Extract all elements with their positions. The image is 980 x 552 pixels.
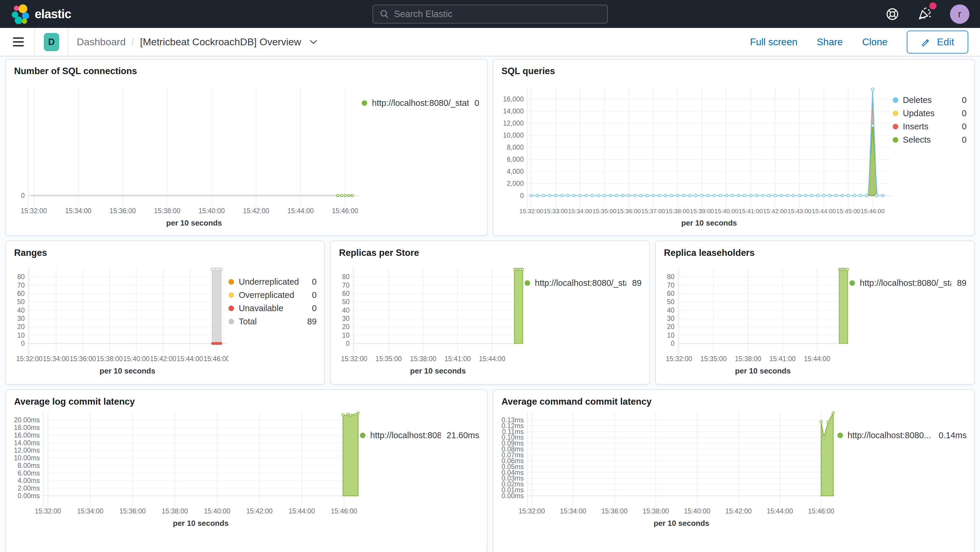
svg-text:15:36:00: 15:36:00 — [70, 355, 96, 363]
svg-text:15:36:00: 15:36:00 — [119, 507, 146, 515]
legend-item[interactable]: Underreplicated0 — [229, 277, 317, 287]
legend-item[interactable]: http://localhost:8080/_sta...89 — [525, 278, 641, 288]
chart-sql-connections[interactable]: 015:32:0015:34:0015:36:0015:38:0015:40:0… — [10, 79, 362, 235]
svg-text:per 10 seconds: per 10 seconds — [653, 519, 709, 528]
avatar[interactable]: r — [950, 5, 969, 24]
svg-text:15:42:00: 15:42:00 — [247, 507, 273, 515]
legend-item[interactable]: http://localhost:8080/_stat...0 — [362, 98, 479, 108]
full-screen-button[interactable]: Full screen — [750, 37, 797, 48]
dashboard-toolbar: D Dashboard / [Metricbeat CockroachDB] O… — [0, 28, 980, 56]
legend-dot — [892, 124, 898, 129]
legend-item[interactable]: Unavailable0 — [229, 304, 317, 313]
legend: http://localhost:8080...0.14ms — [837, 409, 967, 552]
legend-dot — [229, 319, 234, 325]
svg-text:20.00ms: 20.00ms — [14, 416, 40, 424]
title-menu-button[interactable] — [309, 40, 318, 45]
svg-text:15:38:00: 15:38:00 — [410, 355, 436, 363]
svg-text:15:44:00: 15:44:00 — [804, 355, 830, 363]
space-switcher[interactable]: D — [44, 33, 59, 51]
svg-text:per 10 seconds: per 10 seconds — [166, 218, 222, 227]
panel-title: Number of SQL connections — [6, 59, 487, 79]
legend-item[interactable]: Updates0 — [892, 108, 967, 118]
svg-text:0: 0 — [21, 192, 25, 199]
legend-item[interactable]: Deletes0 — [892, 95, 967, 105]
chart-avg-command-commit-latency[interactable]: 0.00ms0.01ms0.02ms0.03ms0.04ms0.05ms0.06… — [497, 409, 837, 552]
svg-text:15:46:00: 15:46:00 — [860, 208, 885, 215]
svg-text:70: 70 — [667, 282, 675, 289]
breadcrumb-dashboard[interactable]: Dashboard — [77, 36, 126, 48]
legend-item[interactable]: http://localhost:8080/_sta...89 — [850, 278, 966, 288]
legend-label: http://localhost:8080/_sta... — [535, 278, 626, 288]
svg-text:12.00ms: 12.00ms — [14, 446, 40, 454]
svg-text:15:40:00: 15:40:00 — [199, 207, 225, 215]
legend-dot — [525, 280, 530, 286]
chart-replica-leaseholders[interactable]: 0102030405060708015:32:0015:35:0015:38:0… — [659, 261, 850, 384]
svg-text:30: 30 — [667, 315, 675, 322]
svg-text:15:44:00: 15:44:00 — [812, 208, 836, 215]
svg-text:15:32:00: 15:32:00 — [519, 507, 545, 515]
legend-item[interactable]: http://localhost:808...21.60ms — [360, 431, 479, 440]
svg-text:30: 30 — [342, 315, 350, 322]
global-search[interactable] — [372, 5, 608, 24]
clone-button[interactable]: Clone — [862, 37, 888, 48]
edit-button-label: Edit — [937, 36, 954, 48]
svg-text:15:38:00: 15:38:00 — [735, 355, 761, 363]
svg-text:per 10 seconds: per 10 seconds — [100, 366, 155, 375]
dashboard-grid: Number of SQL connections015:32:0015:34:… — [0, 56, 980, 552]
svg-text:50: 50 — [667, 298, 675, 305]
legend-label: Selects — [903, 135, 931, 145]
help-icon[interactable] — [885, 7, 899, 21]
svg-text:15:44:00: 15:44:00 — [479, 355, 506, 363]
legend-item[interactable]: Overreplicated0 — [229, 290, 317, 300]
svg-text:per 10 seconds: per 10 seconds — [735, 366, 791, 375]
legend-label: http://localhost:8080... — [848, 431, 931, 440]
svg-text:15:38:00: 15:38:00 — [665, 208, 689, 215]
legend-value: 0 — [469, 98, 479, 108]
svg-text:15:32:00: 15:32:00 — [666, 355, 692, 363]
svg-text:15:36:00: 15:36:00 — [110, 207, 136, 215]
svg-text:15:41:00: 15:41:00 — [738, 208, 763, 215]
legend-dot — [850, 280, 855, 286]
notification-dot — [929, 2, 937, 10]
svg-text:15:41:00: 15:41:00 — [445, 355, 471, 363]
chart-sql-queries[interactable]: 02,0004,0006,0008,00010,00012,00014,0001… — [497, 79, 892, 235]
legend: Deletes0Updates0Inserts0Selects0 — [892, 79, 967, 235]
svg-text:4.00ms: 4.00ms — [18, 477, 40, 484]
svg-text:0: 0 — [21, 340, 25, 347]
legend-value: 0 — [956, 135, 966, 145]
legend: http://localhost:8080/_sta...89 — [850, 261, 966, 384]
edit-button[interactable]: Edit — [907, 30, 968, 54]
svg-text:40: 40 — [342, 307, 350, 314]
legend-item[interactable]: Inserts0 — [892, 122, 967, 132]
search-input[interactable] — [394, 9, 600, 19]
svg-text:0: 0 — [346, 340, 350, 347]
panel-replica-leaseholders: Replica leaseholders0102030405060708015:… — [655, 240, 975, 385]
svg-text:15:46:00: 15:46:00 — [331, 507, 357, 515]
separator — [34, 28, 35, 56]
svg-text:15:34:00: 15:34:00 — [568, 208, 592, 215]
legend-label: Underreplicated — [239, 277, 299, 287]
svg-text:60: 60 — [667, 290, 675, 297]
legend-label: http://localhost:8080/_sta... — [860, 278, 951, 288]
elastic-logo[interactable]: elastic — [11, 4, 71, 24]
svg-text:15:35:00: 15:35:00 — [375, 355, 402, 363]
legend-value: 0 — [306, 304, 317, 313]
newsfeed-button[interactable] — [917, 6, 932, 22]
legend-dot — [892, 97, 898, 103]
svg-text:0: 0 — [520, 192, 523, 199]
svg-text:15:37:00: 15:37:00 — [641, 208, 665, 215]
legend-item[interactable]: Selects0 — [892, 135, 967, 145]
chart-ranges[interactable]: 0102030405060708015:32:0015:34:0015:36:0… — [10, 261, 229, 384]
share-button[interactable]: Share — [817, 37, 843, 48]
legend-item[interactable]: Total89 — [229, 317, 317, 326]
svg-text:per 10 seconds: per 10 seconds — [173, 519, 229, 528]
chart-replicas-per-store[interactable]: 0102030405060708015:32:0015:35:0015:38:0… — [334, 261, 525, 384]
svg-text:15:46:00: 15:46:00 — [332, 207, 358, 215]
chevron-down-icon — [309, 40, 318, 45]
panel-replicas-per-store: Replicas per Store0102030405060708015:32… — [330, 240, 650, 385]
legend-item[interactable]: http://localhost:8080...0.14ms — [837, 431, 967, 440]
svg-text:15:42:00: 15:42:00 — [725, 507, 751, 515]
svg-text:15:33:00: 15:33:00 — [544, 208, 568, 215]
chart-avg-log-commit-latency[interactable]: 0.00ms2.00ms4.00ms6.00ms8.00ms10.00ms12.… — [10, 409, 360, 552]
menu-icon[interactable] — [10, 34, 27, 49]
